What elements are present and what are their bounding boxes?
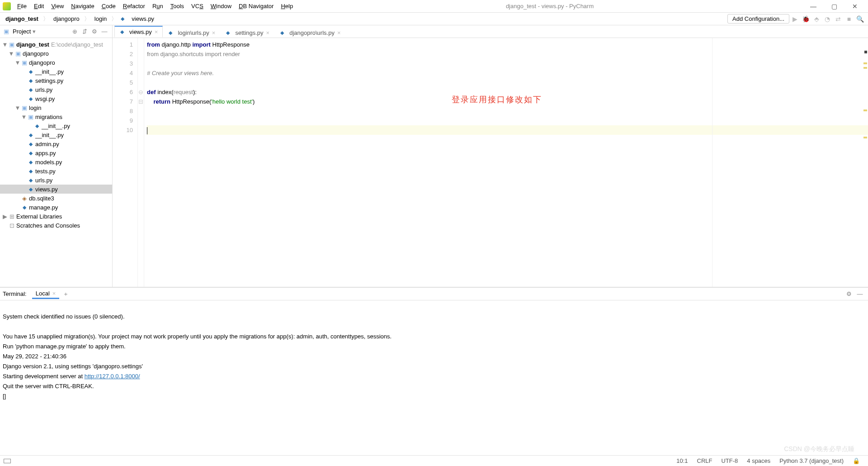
tree-item[interactable]: ◆__init__.py — [0, 130, 112, 139]
menu-navigate[interactable]: Navigate — [67, 1, 98, 11]
warning-marker[interactable] — [863, 137, 867, 138]
menu-tools[interactable]: Tools — [167, 1, 188, 11]
menu-code[interactable]: Code — [98, 1, 119, 11]
warning-marker[interactable] — [863, 109, 867, 111]
tab-close-icon[interactable]: × — [337, 29, 341, 36]
watermark: CSDN @今晚务必早点睡 — [784, 445, 854, 453]
tab-label: settings.py — [235, 29, 263, 36]
project-label[interactable]: Project — [13, 28, 31, 35]
tab-close-icon[interactable]: × — [266, 29, 270, 36]
tree-djangopro[interactable]: ▼▣djangopro — [0, 49, 112, 58]
menu-run[interactable]: Run — [149, 1, 167, 11]
tree-external-libs[interactable]: ▶⊞External Libraries — [0, 212, 112, 221]
terminal-label: Terminal: — [3, 290, 27, 297]
code-editor[interactable]: 12345678910 ⊖⊟ from django.http import H… — [113, 38, 868, 287]
tree-migrations[interactable]: ▼▣migrations — [0, 112, 112, 121]
terminal-output[interactable]: System check identified no issues (0 sil… — [0, 300, 868, 384]
run-icon[interactable]: ▶ — [789, 15, 800, 23]
coverage-icon[interactable]: ⬘ — [811, 15, 822, 23]
tab-close-icon[interactable]: × — [155, 29, 158, 35]
code-content[interactable]: from django.http import HttpResponse fro… — [144, 38, 868, 287]
menu-view[interactable]: View — [47, 1, 67, 11]
main-area: ▣ Project ▾ ⊕ ⇵ ⚙ — ▼▣django_testE:\code… — [0, 25, 868, 287]
crumb-root[interactable]: django_test — [3, 14, 41, 23]
add-configuration-button[interactable]: Add Configuration... — [727, 14, 789, 24]
menu-file[interactable]: File — [14, 1, 30, 11]
tab-close-icon[interactable]: × — [212, 29, 216, 36]
hide-icon[interactable]: — — [99, 28, 109, 35]
app-logo-icon — [3, 2, 11, 10]
tree-item[interactable]: ◆urls.py — [0, 176, 112, 185]
stop-icon[interactable]: ■ — [844, 15, 854, 23]
crumb-sep: 〉 — [84, 15, 90, 23]
tree-item[interactable]: ◆apps.py — [0, 148, 112, 157]
settings-icon[interactable]: ⚙ — [90, 28, 99, 35]
menu-dbnav[interactable]: DB Navigator — [235, 1, 277, 11]
status-bar: 10:1 CRLF UTF-8 4 spaces Python 3.7 (dja… — [0, 455, 868, 466]
tree-djangopro-pkg[interactable]: ▼▣djangopro — [0, 58, 112, 67]
menu-help[interactable]: Help — [277, 1, 297, 11]
tab-settings[interactable]: ◆settings.py× — [220, 27, 274, 38]
tree-item[interactable]: ◆__init__.py — [0, 67, 112, 76]
minimize-button[interactable]: — — [803, 3, 824, 10]
tab-close-icon[interactable]: × — [52, 290, 56, 297]
tree-item[interactable]: ◆tests.py — [0, 166, 112, 176]
editor-area: ◆views.py× ◆login\urls.py× ◆settings.py×… — [113, 25, 868, 287]
crumb-sep: 〉 — [111, 15, 117, 23]
status-interpreter[interactable]: Python 3.7 (django_test) — [775, 457, 848, 464]
locate-icon[interactable]: ⊕ — [70, 28, 80, 35]
status-line-sep[interactable]: CRLF — [693, 457, 717, 464]
dropdown-icon[interactable]: ▾ — [33, 28, 36, 35]
warning-marker[interactable] — [863, 62, 867, 64]
tree-login[interactable]: ▼▣login — [0, 103, 112, 112]
tree-item[interactable]: ◆wsgi.py — [0, 94, 112, 103]
crumb-login[interactable]: login — [92, 14, 109, 23]
tree-item-views[interactable]: ◆views.py — [0, 185, 112, 194]
status-rect-icon[interactable] — [4, 459, 11, 463]
tree-item[interactable]: ◈db.sqlite3 — [0, 194, 112, 203]
profile-icon[interactable]: ◔ — [822, 15, 833, 23]
server-url-link[interactable]: http://127.0.0.1:8000/ — [85, 373, 140, 380]
tab-label: login\urls.py — [178, 29, 209, 36]
status-indent[interactable]: 4 spaces — [742, 457, 775, 464]
status-encoding[interactable]: UTF-8 — [717, 457, 742, 464]
terminal-settings-icon[interactable]: ⚙ — [844, 290, 854, 297]
tab-djangopro-urls[interactable]: ◆djangopro\urls.py× — [274, 27, 345, 38]
attach-icon[interactable]: ⇄ — [833, 15, 844, 23]
close-button[interactable]: ✕ — [844, 3, 865, 10]
tree-item[interactable]: ◆urls.py — [0, 85, 112, 94]
fold-gutter: ⊖⊟ — [138, 38, 144, 287]
tree-item[interactable]: ◆settings.py — [0, 76, 112, 85]
collapse-icon[interactable]: ⇵ — [80, 28, 90, 35]
tab-login-urls[interactable]: ◆login\urls.py× — [163, 27, 220, 38]
debug-icon[interactable]: 🐞 — [800, 15, 811, 23]
menu-edit[interactable]: Edit — [30, 1, 47, 11]
menu-refactor[interactable]: Refactor — [119, 1, 149, 11]
search-icon[interactable]: 🔍 — [854, 15, 865, 23]
menu-window[interactable]: Window — [207, 1, 235, 11]
terminal-header: Terminal: Local× ＋ ⚙ — — [0, 288, 868, 300]
python-file-icon: ◆ — [119, 16, 126, 22]
tree-root[interactable]: ▼▣django_testE:\code\django_test — [0, 40, 112, 49]
status-lock-icon[interactable]: 🔒 — [848, 457, 864, 464]
python-file-icon: ◆ — [118, 29, 126, 35]
nav-toolbar: django_test 〉 djangopro 〉 login 〉 ◆ view… — [0, 13, 868, 25]
tab-views[interactable]: ◆views.py× — [114, 26, 163, 38]
tree-item[interactable]: ◆admin.py — [0, 139, 112, 148]
tree-scratches[interactable]: ⊡Scratches and Consoles — [0, 221, 112, 230]
maximize-button[interactable]: ▢ — [824, 3, 844, 10]
project-sidebar: ▣ Project ▾ ⊕ ⇵ ⚙ — ▼▣django_testE:\code… — [0, 25, 113, 287]
crumb-djangopro[interactable]: djangopro — [51, 14, 82, 23]
status-caret-pos[interactable]: 10:1 — [672, 457, 692, 464]
crumb-file[interactable]: views.py — [129, 14, 157, 23]
tree-item[interactable]: ◆models.py — [0, 157, 112, 166]
new-terminal-button[interactable]: ＋ — [63, 290, 69, 298]
warning-marker[interactable] — [863, 67, 867, 69]
tree-item[interactable]: ◆__init__.py — [0, 121, 112, 130]
project-tool-icon: ▣ — [3, 28, 10, 35]
menu-vcs[interactable]: VCS — [188, 1, 207, 11]
terminal-tab-local[interactable]: Local× — [32, 289, 60, 299]
tree-item[interactable]: ◆manage.py — [0, 203, 112, 212]
terminal-hide-icon[interactable]: — — [854, 290, 865, 297]
crumb-sep: 〉 — [43, 15, 49, 23]
